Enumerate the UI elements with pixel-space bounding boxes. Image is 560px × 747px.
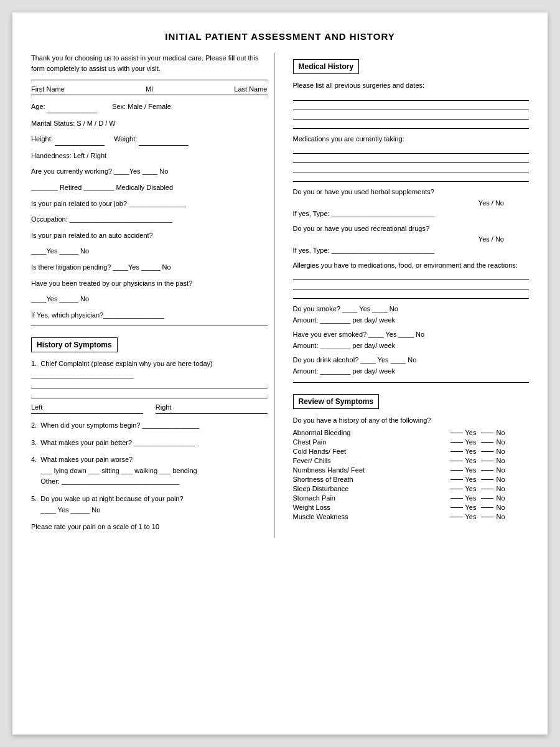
yes-label: Yes (465, 448, 477, 455)
pain-auto2-label: ____Yes _____ No (31, 247, 89, 255)
yes-item: Yes (450, 504, 477, 511)
item1-line1[interactable] (31, 381, 268, 388)
med-line-4[interactable] (293, 174, 530, 182)
alcohol-label: Do you drink alcohol? ____ Yes ____ No (293, 356, 417, 364)
handedness-row: Handedness: Left / Right (31, 151, 268, 162)
yes-label: Yes (465, 457, 477, 464)
yn-group: Yes No (450, 476, 530, 483)
review-divider (293, 382, 530, 383)
herbal-label: Do you or have you used herbal supplemen… (293, 188, 434, 195)
review-row: Muscle Weakness Yes No (293, 513, 530, 520)
right-field[interactable]: Right (156, 402, 268, 415)
item4b-text: ___ lying down ___ sitting ___ walking _… (31, 467, 197, 474)
yes-blank[interactable] (450, 433, 463, 433)
treated-row: Have you been treated by our physicians … (31, 278, 268, 289)
item5-text: 5. Do you wake up at night because of yo… (31, 495, 184, 502)
med-line-2[interactable] (293, 156, 530, 163)
no-blank[interactable] (481, 479, 493, 480)
no-item: No (481, 438, 505, 446)
allergy-line-1[interactable] (293, 273, 530, 280)
surgery-line-3[interactable] (293, 112, 530, 120)
allergy-line-2[interactable] (293, 282, 530, 289)
yes-blank[interactable] (450, 470, 463, 471)
item1-line2[interactable] (31, 391, 268, 398)
litigation-row: Is there litigation pending? ____Yes ___… (31, 262, 268, 273)
med-line-3[interactable] (293, 165, 530, 172)
no-label: No (496, 448, 505, 455)
name-row: First Name MI Last Name (31, 85, 268, 95)
yes-blank[interactable] (450, 507, 463, 508)
no-label: No (496, 476, 505, 483)
item4-text: 4. What makes your pain worse? (31, 456, 133, 463)
yes-label: Yes (465, 476, 477, 483)
yes-blank[interactable] (450, 442, 463, 443)
right-column: Medical History Please list all previous… (287, 53, 530, 538)
yes-item: Yes (450, 476, 477, 483)
review-row: Fever/ Chills Yes No (293, 457, 530, 464)
surgery-line-2[interactable] (293, 103, 530, 110)
no-label: No (496, 485, 505, 492)
pain-job-label: Is your pain related to your job? ______… (31, 200, 186, 207)
height-field[interactable] (55, 134, 105, 146)
yes-blank[interactable] (450, 451, 463, 452)
surgeries-lines (293, 93, 530, 129)
review-section-header: Review of Symptoms (293, 394, 380, 409)
age-field[interactable] (47, 101, 97, 113)
allergy-line-3[interactable] (293, 291, 530, 299)
list-item-3: 3. What makes your pain better? ________… (31, 438, 268, 449)
occupation-row: Occupation: ___________________________ (31, 214, 268, 225)
review-row: Numbness Hands/ Feet Yes No (293, 466, 530, 474)
yes-item: Yes (450, 438, 477, 446)
pain-auto-label: Is your pain related to an auto accident… (31, 232, 153, 239)
left-field[interactable]: Left (31, 402, 143, 415)
no-label: No (496, 466, 505, 474)
med-line-1[interactable] (293, 146, 530, 154)
smoke-label: Do you smoke? ____ Yes ____ No (293, 305, 398, 312)
sex-label: Sex: Male / Female (112, 103, 171, 110)
herbal-row: Do you or have you used herbal supplemen… (293, 187, 530, 220)
history-section-header: History of Symptoms (31, 337, 118, 352)
yes-item: Yes (450, 485, 477, 492)
no-item: No (481, 457, 505, 464)
no-blank[interactable] (481, 451, 493, 452)
yes-blank[interactable] (450, 479, 463, 480)
no-item: No (481, 485, 505, 492)
yes-blank[interactable] (450, 489, 463, 489)
no-label: No (496, 457, 505, 464)
left-right-row: Left Right (31, 402, 268, 415)
no-blank[interactable] (481, 517, 493, 517)
medications-lines (293, 146, 530, 182)
symptom-name: Abnormal Bleeding (293, 429, 450, 436)
yes-label: Yes (465, 438, 477, 446)
pain-scale-label: Please rate your pain on a scale of 1 to… (31, 522, 268, 533)
no-blank[interactable] (481, 498, 493, 499)
no-blank[interactable] (481, 507, 493, 508)
weight-field[interactable] (139, 134, 189, 146)
symptom-name: Shortness of Breath (293, 476, 450, 483)
yes-blank[interactable] (450, 517, 463, 517)
no-blank[interactable] (481, 442, 493, 443)
no-item: No (481, 494, 505, 502)
height-weight-row: Height: Weight: (31, 134, 268, 146)
surgery-line-4[interactable] (293, 121, 530, 129)
yn-group: Yes No (450, 485, 530, 492)
no-blank[interactable] (481, 461, 493, 461)
surgery-line-1[interactable] (293, 93, 530, 101)
smoke-row: Do you smoke? ____ Yes ____ No Amount: _… (293, 304, 530, 326)
no-blank[interactable] (481, 470, 493, 471)
two-column-layout: Thank you for choosing us to assist in y… (31, 53, 529, 538)
no-item: No (481, 466, 505, 474)
yn-group: Yes No (450, 504, 530, 511)
handedness-label: Handedness: Left / Right (31, 152, 106, 159)
no-blank[interactable] (481, 433, 493, 433)
yes-blank[interactable] (450, 498, 463, 499)
allergies-lines (293, 273, 530, 299)
last-name-label: Last Name (234, 85, 267, 93)
yn-group: Yes No (450, 494, 530, 502)
age-sex-row: Age: Sex: Male / Female (31, 101, 268, 113)
pain-auto-row: Is your pain related to an auto accident… (31, 230, 268, 242)
no-blank[interactable] (481, 489, 493, 489)
no-item: No (481, 429, 505, 436)
no-label: No (496, 504, 505, 511)
yes-blank[interactable] (450, 461, 463, 461)
